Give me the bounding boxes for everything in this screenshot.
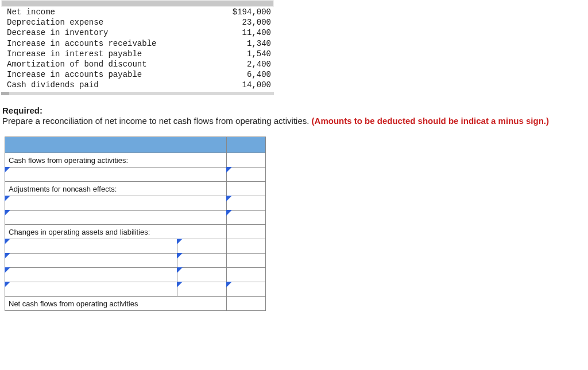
data-label: Decrease in inventory — [7, 28, 214, 38]
data-label: Increase in accounts receivable — [7, 38, 214, 49]
value-input[interactable] — [227, 196, 266, 211]
dropdown-icon — [5, 239, 10, 244]
table-row — [5, 211, 266, 225]
data-value: 11,400 — [214, 28, 271, 38]
label-net-cash: Net cash flows from operating activities — [5, 297, 227, 311]
value-input[interactable] — [177, 239, 227, 254]
data-label: Amortization of bond discount — [7, 59, 214, 69]
header-cell-label — [5, 137, 227, 153]
data-value: 14,000 — [214, 80, 271, 90]
value-cell — [227, 239, 266, 254]
dropdown-icon — [177, 239, 183, 244]
answer-table: Cash flows from operating activities: Ad… — [5, 137, 266, 311]
dropdown-input[interactable] — [5, 211, 227, 225]
dropdown-icon — [5, 267, 10, 273]
value-cell — [227, 268, 266, 282]
value-cell — [227, 254, 266, 268]
data-label: Net income — [7, 7, 214, 17]
table-row — [5, 254, 266, 268]
dropdown-icon — [5, 196, 10, 201]
label-changes: Changes in operating assets and liabilit… — [5, 225, 227, 239]
data-label: Depreciation expense — [7, 17, 214, 28]
value-input[interactable] — [177, 254, 227, 268]
label-cash-flows: Cash flows from operating activities: — [5, 153, 227, 168]
table-row: Net cash flows from operating activities — [5, 297, 266, 311]
data-row: Amortization of bond discount 2,400 — [7, 59, 271, 69]
header-row — [5, 137, 266, 153]
header-cell-value — [227, 137, 266, 153]
data-value: $194,000 — [214, 7, 271, 17]
value-input[interactable] — [227, 211, 266, 225]
data-value: 1,540 — [214, 49, 271, 59]
value-input[interactable] — [177, 282, 227, 297]
value-cell — [227, 225, 266, 239]
table-row: Cash flows from operating activities: — [5, 153, 266, 168]
data-row: Net income $194,000 — [7, 7, 271, 17]
data-value: 6,400 — [214, 69, 271, 80]
data-label: Increase in accounts payable — [7, 69, 214, 80]
scrollbar-top[interactable] — [1, 0, 274, 7]
dropdown-input[interactable] — [5, 268, 177, 282]
required-heading: Required: — [2, 106, 586, 115]
data-row: Increase in accounts receivable 1,340 — [7, 38, 271, 49]
instruction-plain: Prepare a reconciliation of net income t… — [2, 116, 312, 126]
table-row — [5, 196, 266, 211]
dropdown-icon — [226, 210, 232, 216]
data-value: 1,340 — [214, 38, 271, 49]
value-cell — [227, 182, 266, 196]
data-row: Cash dividends paid 14,000 — [7, 80, 271, 90]
dropdown-input[interactable] — [5, 239, 177, 254]
table-row — [5, 268, 266, 282]
dropdown-icon — [177, 253, 183, 259]
value-cell — [227, 153, 266, 168]
dropdown-icon — [5, 253, 10, 259]
instruction-red: (Amounts to be deducted should be indica… — [312, 116, 549, 126]
data-label: Increase in interest payable — [7, 49, 214, 59]
dropdown-input[interactable] — [5, 254, 177, 268]
dropdown-icon — [177, 267, 183, 273]
dropdown-icon — [5, 167, 10, 173]
dropdown-icon — [177, 282, 183, 287]
table-row — [5, 282, 266, 297]
table-row — [5, 168, 266, 182]
table-row — [5, 239, 266, 254]
dropdown-input[interactable] — [5, 282, 177, 297]
dropdown-icon — [226, 282, 232, 287]
data-value: 23,000 — [214, 17, 271, 28]
dropdown-icon — [5, 210, 10, 216]
required-section: Required: Prepare a reconciliation of ne… — [0, 95, 588, 127]
data-row: Depreciation expense 23,000 — [7, 17, 271, 28]
value-input[interactable] — [227, 282, 266, 297]
dropdown-input[interactable] — [5, 168, 227, 182]
data-value: 2,400 — [214, 59, 271, 69]
label-adjustments: Adjustments for noncash effects: — [5, 182, 227, 196]
value-cell — [227, 297, 266, 311]
table-row: Changes in operating assets and liabilit… — [5, 225, 266, 239]
value-input[interactable] — [227, 168, 266, 182]
dropdown-icon — [5, 282, 10, 287]
given-data-table: Net income $194,000 Depreciation expense… — [0, 7, 588, 91]
table-row: Adjustments for noncash effects: — [5, 182, 266, 196]
data-row: Increase in interest payable 1,540 — [7, 49, 271, 59]
data-row: Increase in accounts payable 6,400 — [7, 69, 271, 80]
dropdown-input[interactable] — [5, 196, 227, 211]
dropdown-icon — [226, 196, 232, 201]
instruction-text: Prepare a reconciliation of net income t… — [2, 115, 586, 127]
value-input[interactable] — [177, 268, 227, 282]
data-row: Decrease in inventory 11,400 — [7, 28, 271, 38]
data-label: Cash dividends paid — [7, 80, 214, 90]
dropdown-icon — [226, 167, 232, 173]
